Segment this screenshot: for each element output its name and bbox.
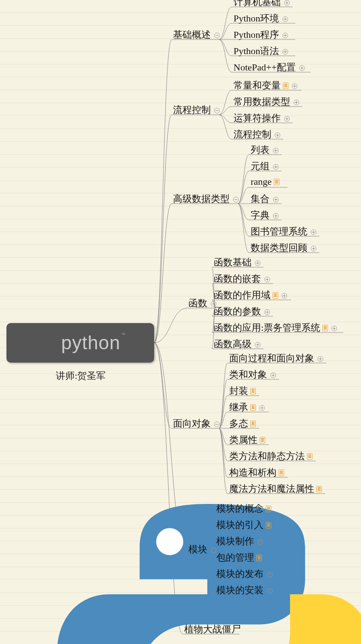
collapse-icon[interactable]	[214, 421, 220, 427]
leaf-3-5[interactable]: 函数高级	[214, 338, 261, 351]
leaf-5-0[interactable]: 模块的概念	[216, 502, 271, 515]
expand-icon[interactable]	[292, 83, 297, 89]
leaf-4-6[interactable]: 类方法和静态方法	[229, 450, 312, 463]
leaf-2-0[interactable]: 列表	[251, 143, 279, 156]
expand-icon[interactable]	[318, 356, 323, 362]
expand-icon[interactable]	[264, 277, 270, 282]
collapse-icon[interactable]	[211, 547, 216, 553]
leaf-4-4[interactable]: 多态	[229, 417, 256, 430]
expand-icon[interactable]	[331, 326, 337, 331]
leaf-4-0[interactable]: 面向过程和面向对象	[229, 352, 323, 365]
branch-2[interactable]: 高级数据类型	[173, 192, 239, 205]
note-icon	[316, 486, 322, 492]
leaf-5-2[interactable]: 模块制作	[216, 535, 263, 548]
note-icon	[322, 325, 328, 331]
note-icon	[283, 82, 288, 89]
leaf-2-2[interactable]: range	[251, 176, 279, 187]
leaf-4-5[interactable]: 类属性	[229, 433, 265, 446]
expand-icon[interactable]	[284, 0, 290, 6]
expand-icon[interactable]	[267, 572, 273, 577]
leaf-0-1[interactable]: Python环境	[234, 12, 288, 25]
leaf-1-2[interactable]: 运算符操作	[234, 112, 290, 125]
note-icon	[260, 437, 265, 443]
leaf-2-1[interactable]: 元组	[251, 160, 279, 173]
expand-icon[interactable]	[270, 372, 276, 378]
expand-icon[interactable]	[299, 65, 305, 71]
python-logo-icon	[34, 333, 55, 353]
leaf-4-8[interactable]: 魔法方法和魔法属性	[229, 482, 322, 495]
branch-3[interactable]: 函数	[188, 297, 216, 310]
branch-4[interactable]: 面向对象	[173, 417, 220, 430]
collapse-icon[interactable]	[214, 33, 220, 38]
expand-icon[interactable]	[311, 229, 316, 235]
expand-icon[interactable]	[275, 132, 280, 138]
leaf-3-0[interactable]: 函数基础	[214, 256, 261, 269]
branch-5[interactable]: 模块	[188, 543, 216, 556]
expand-icon[interactable]	[282, 16, 288, 22]
expand-icon[interactable]	[282, 49, 288, 55]
leaf-3-3[interactable]: 函数的参数	[214, 305, 270, 318]
note-icon	[250, 421, 256, 427]
leaf-3-2[interactable]: 函数的作用域	[214, 289, 287, 302]
leaf-4-1[interactable]: 类和对象	[229, 368, 276, 381]
branch-1[interactable]: 流程控制	[173, 104, 220, 116]
expand-icon[interactable]	[255, 342, 261, 348]
note-icon	[266, 506, 271, 512]
leaf-0-4[interactable]: NotePad++配置	[234, 61, 305, 74]
leaf-5-3[interactable]: 包的管理	[216, 551, 262, 564]
expand-icon[interactable]	[258, 539, 263, 545]
expand-icon[interactable]	[255, 260, 261, 266]
note-icon	[273, 292, 278, 299]
leaf-4-7[interactable]: 构造和析构	[229, 466, 284, 479]
leaf-1-0[interactable]: 常量和变量	[234, 79, 297, 92]
leaf-5-1[interactable]: 模块的引入	[216, 519, 271, 531]
leaf-1-3[interactable]: 流程控制	[234, 128, 280, 141]
collapse-icon[interactable]	[214, 108, 220, 113]
expand-icon[interactable]	[311, 246, 316, 251]
note-icon	[250, 388, 256, 394]
leaf-0-0[interactable]: 计算机基础	[234, 0, 290, 9]
note-icon	[256, 555, 262, 561]
expand-icon[interactable]	[273, 213, 279, 219]
root-node[interactable]: python™	[6, 323, 154, 363]
leaf-5-4[interactable]: 模块的发布	[216, 568, 273, 580]
leaf-4-2[interactable]: 封装	[229, 385, 256, 397]
leaf-1-1[interactable]: 常用数据类型	[234, 95, 299, 108]
leaf-3-1[interactable]: 函数的嵌套	[214, 272, 270, 285]
expand-icon[interactable]	[273, 164, 279, 170]
leaf-4-3[interactable]: 继承	[229, 401, 265, 414]
leaf-2-5[interactable]: 图书管理系统	[251, 225, 316, 238]
note-icon	[307, 453, 312, 460]
expand-icon[interactable]	[264, 309, 270, 315]
branch-0[interactable]: 基础概述	[173, 28, 220, 41]
branch-6[interactable]: 植物大战僵尸	[184, 623, 241, 636]
subtitle: 讲师:贺圣军	[56, 369, 106, 382]
leaf-2-4[interactable]: 字典	[251, 209, 279, 222]
expand-icon[interactable]	[267, 588, 273, 594]
leaf-2-3[interactable]: 集合	[251, 192, 279, 205]
expand-icon[interactable]	[273, 148, 279, 153]
expand-icon[interactable]	[294, 100, 299, 105]
leaf-5-5[interactable]: 模块的安装	[216, 584, 273, 597]
collapse-icon[interactable]	[233, 197, 239, 202]
expand-icon[interactable]	[259, 405, 265, 411]
expand-icon[interactable]	[282, 33, 288, 38]
expand-icon[interactable]	[284, 116, 290, 122]
leaf-0-2[interactable]: Python程序	[234, 28, 288, 41]
expand-icon[interactable]	[282, 293, 287, 299]
note-icon	[266, 522, 271, 528]
expand-icon[interactable]	[273, 197, 279, 202]
note-icon	[250, 404, 256, 411]
leaf-2-6[interactable]: 数据类型回顾	[251, 241, 316, 254]
svg-point-0	[156, 528, 183, 555]
leaf-0-3[interactable]: Python语法	[234, 45, 288, 58]
note-icon	[279, 470, 284, 476]
note-icon	[274, 179, 279, 185]
leaf-3-4[interactable]: 函数的应用:票务管理系统	[214, 321, 337, 334]
